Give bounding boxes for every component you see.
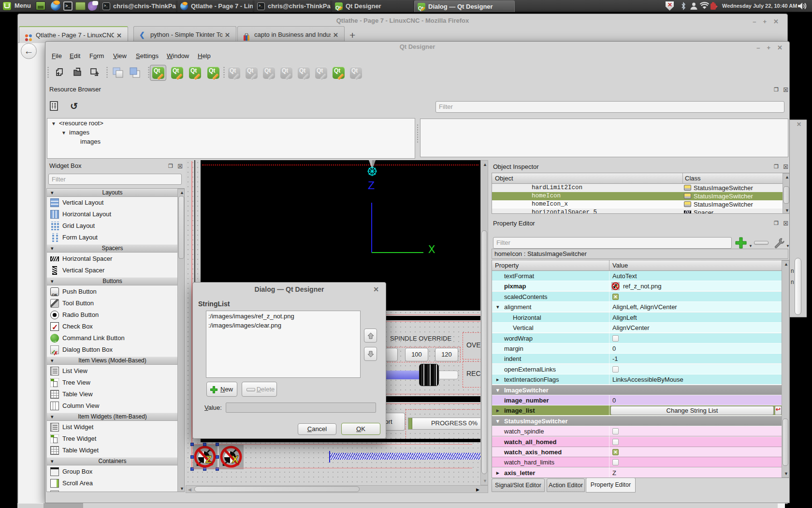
svg-text:Z: Z (205, 453, 212, 465)
svg-text:X: X (232, 453, 239, 465)
